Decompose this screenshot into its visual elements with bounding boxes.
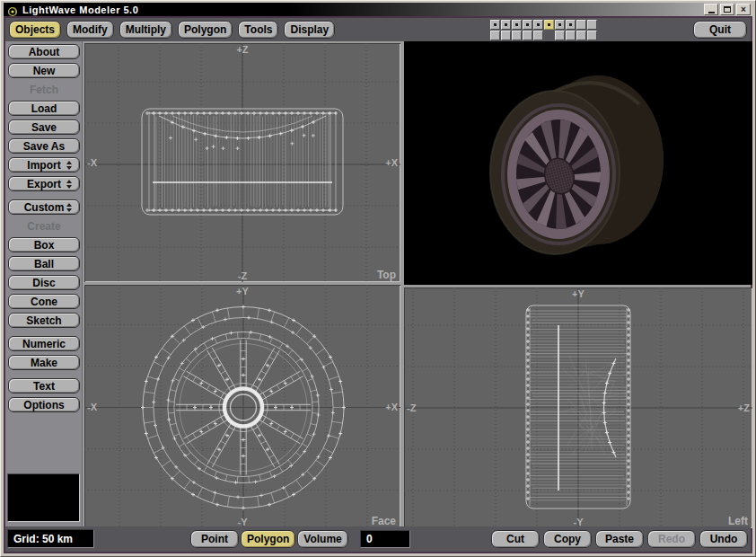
- sidebar-button-label: Save: [14, 121, 74, 134]
- sidebar-button-ball[interactable]: Ball: [8, 256, 80, 271]
- layer-10-background-button[interactable]: [587, 31, 597, 40]
- minimize-button[interactable]: [704, 4, 718, 15]
- sidebar-button-label: Options: [14, 399, 74, 411]
- sidebar: AboutNewFetchLoadSaveSave AsImportExport…: [5, 41, 83, 526]
- sidebar-heading-fetch: Fetch: [8, 82, 80, 97]
- layer-5-background-button[interactable]: [533, 31, 543, 40]
- layer-7-foreground-button[interactable]: [555, 20, 565, 30]
- maximize-button[interactable]: [720, 4, 734, 15]
- menubar: ObjectsModifyMultiplyPolygonToolsDisplay…: [5, 18, 751, 41]
- menu-objects[interactable]: Objects: [9, 21, 61, 39]
- sidebar-button-label: Text: [14, 380, 74, 393]
- copy-button[interactable]: Copy: [543, 530, 592, 548]
- layer-6-foreground-button[interactable]: [544, 20, 554, 30]
- sidebar-button-numeric[interactable]: Numeric: [8, 336, 80, 351]
- layer-9-background-button[interactable]: [576, 31, 586, 40]
- titlebar[interactable]: LightWave Modeler 5.0 ×: [4, 3, 752, 16]
- close-icon: ×: [741, 5, 746, 14]
- updown-arrows-icon: [66, 203, 72, 212]
- sidebar-button-label: Import: [14, 159, 66, 172]
- layer-10-foreground-button[interactable]: [587, 20, 597, 30]
- updown-arrows-icon: [66, 180, 72, 189]
- sidebar-button-sketch[interactable]: Sketch: [8, 313, 80, 328]
- sidebar-button-label: Box: [14, 239, 74, 252]
- lightwave-logo-icon: [7, 4, 18, 15]
- sidebar-button-label: About: [14, 46, 74, 58]
- selection-count-field[interactable]: 0: [360, 530, 410, 548]
- sidebar-button-label: Cone: [14, 296, 74, 308]
- sidebar-button-label: Make: [14, 357, 74, 369]
- viewport-area: +Z -X +X -Z Top +Y -X +X -Y Face: [83, 41, 751, 526]
- quit-button[interactable]: Quit: [693, 21, 747, 39]
- maximize-icon: [724, 6, 731, 13]
- layer-5-foreground-button[interactable]: [533, 20, 543, 30]
- viewport-preview[interactable]: [404, 41, 752, 285]
- statusbar: Grid: 50 km PointPolygonVolume 0 CutCopy…: [5, 526, 751, 552]
- paste-button[interactable]: Paste: [595, 530, 644, 548]
- sidebar-heading-create: Create: [8, 218, 80, 234]
- layer-1-background-button[interactable]: [490, 31, 500, 40]
- layer-panel: [490, 20, 597, 40]
- layer-4-foreground-button[interactable]: [523, 20, 532, 30]
- minimize-icon: [708, 12, 715, 13]
- redo-button: Redo: [647, 530, 696, 548]
- layer-9-foreground-button[interactable]: [576, 20, 586, 30]
- mode-volume-button[interactable]: Volume: [297, 530, 347, 548]
- layer-8-background-button[interactable]: [566, 31, 576, 40]
- sidebar-button-text[interactable]: Text: [8, 378, 80, 393]
- layer-1-foreground-button[interactable]: [490, 20, 500, 30]
- edit-action-group: CutCopyPasteRedoUndo: [491, 530, 748, 548]
- sidebar-button-save-as[interactable]: Save As: [8, 138, 80, 154]
- sidebar-button-label: New: [14, 65, 74, 77]
- sidebar-button-label: Numeric: [14, 338, 74, 350]
- sidebar-button-label: Disc: [14, 277, 74, 289]
- sidebar-button-label: Load: [14, 102, 74, 115]
- sidebar-button-label: Export: [14, 178, 66, 190]
- sidebar-button-disc[interactable]: Disc: [8, 275, 80, 290]
- layer-3-foreground-button[interactable]: [512, 20, 522, 30]
- layer-8-foreground-button[interactable]: [566, 20, 576, 30]
- selection-mode-group: PointPolygonVolume: [190, 530, 348, 548]
- menu-display[interactable]: Display: [284, 21, 335, 39]
- grid-size-display: Grid: 50 km: [7, 529, 94, 548]
- sidebar-button-export[interactable]: Export: [8, 176, 80, 191]
- layer-7-background-button[interactable]: [555, 31, 565, 40]
- sidebar-button-load[interactable]: Load: [8, 101, 80, 116]
- menu-multiply[interactable]: Multiply: [119, 21, 172, 39]
- undo-button[interactable]: Undo: [699, 530, 748, 548]
- sidebar-button-custom[interactable]: Custom: [8, 199, 80, 215]
- layer-preview-box: [7, 473, 80, 522]
- sidebar-button-label: Save As: [14, 140, 74, 153]
- sidebar-button-box[interactable]: Box: [8, 237, 80, 252]
- viewport-top[interactable]: +Z -X +X -Z Top: [84, 43, 400, 282]
- menu-modify[interactable]: Modify: [66, 21, 114, 39]
- layer-4-background-button[interactable]: [523, 31, 532, 40]
- menu-items: ObjectsModifyMultiplyPolygonToolsDisplay: [9, 21, 335, 39]
- sidebar-button-label: Custom: [14, 201, 66, 214]
- sidebar-button-label: Sketch: [14, 314, 74, 327]
- window-controls: ×: [704, 4, 752, 15]
- cut-button[interactable]: Cut: [491, 530, 540, 548]
- menu-tools[interactable]: Tools: [238, 21, 278, 39]
- app-frame: ObjectsModifyMultiplyPolygonToolsDisplay…: [4, 16, 752, 553]
- mode-polygon-button[interactable]: Polygon: [241, 530, 295, 548]
- layer-2-foreground-button[interactable]: [501, 20, 511, 30]
- sidebar-button-cone[interactable]: Cone: [8, 294, 80, 309]
- sidebar-button-label: Ball: [14, 258, 74, 270]
- viewport-face[interactable]: +Y -X +X -Y Face: [84, 285, 400, 528]
- layer-2-background-button[interactable]: [501, 31, 511, 40]
- app-window: LightWave Modeler 5.0 × ObjectsModifyMul…: [0, 0, 756, 557]
- viewport-left[interactable]: +Y -Z +Z -Y Left: [404, 287, 752, 528]
- sidebar-button-options[interactable]: Options: [8, 397, 80, 412]
- updown-arrows-icon: [66, 161, 72, 170]
- sidebar-button-make[interactable]: Make: [8, 355, 80, 370]
- sidebar-button-new[interactable]: New: [8, 63, 80, 78]
- mode-point-button[interactable]: Point: [190, 530, 239, 548]
- close-button[interactable]: ×: [736, 4, 751, 15]
- menu-polygon[interactable]: Polygon: [178, 21, 233, 39]
- sidebar-button-import[interactable]: Import: [8, 157, 80, 172]
- sidebar-button-about[interactable]: About: [8, 44, 80, 59]
- window-title: LightWave Modeler 5.0: [22, 4, 138, 15]
- sidebar-button-save[interactable]: Save: [8, 119, 80, 135]
- layer-3-background-button[interactable]: [512, 31, 522, 40]
